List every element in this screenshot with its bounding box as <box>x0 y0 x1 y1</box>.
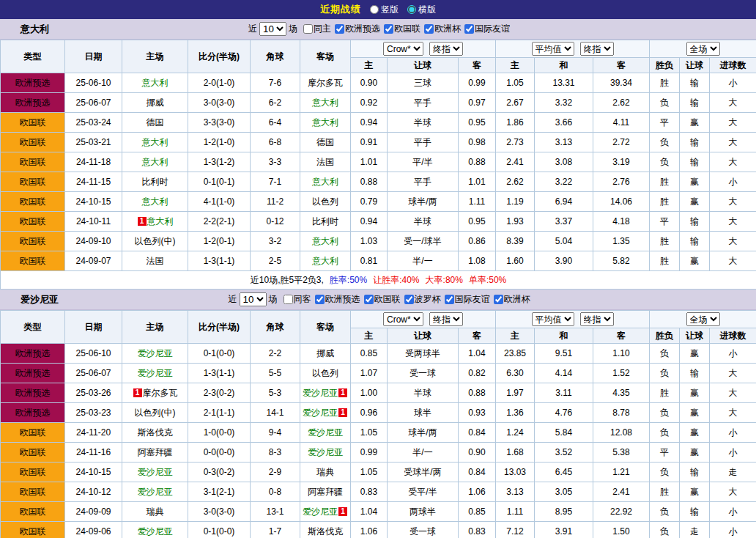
filter-checkbox[interactable]: 欧国联 <box>384 23 420 35</box>
topbar: 近期战绩 竖版 横版 <box>0 0 756 19</box>
average-select[interactable]: 平均值 <box>532 312 574 326</box>
match-score[interactable]: 1-3(1-1) <box>188 364 251 383</box>
match-score[interactable]: 2-0(1-0) <box>188 73 251 93</box>
team-name-text[interactable]: 爱沙尼亚 <box>303 388 338 398</box>
match-score[interactable]: 2-1(1-1) <box>188 403 251 423</box>
view-option-vertical[interactable]: 竖版 <box>370 4 399 16</box>
team-name-text[interactable]: 意大利 <box>142 157 168 167</box>
team-name-text[interactable]: 意大利 <box>312 236 338 246</box>
team-name-text[interactable]: 爱沙尼亚 <box>303 506 338 517</box>
match-score[interactable]: 0-1(0-1) <box>188 172 251 192</box>
average-select[interactable]: 平均值 <box>532 42 574 56</box>
team-name-text[interactable]: 法国 <box>316 157 334 167</box>
team-name-text[interactable]: 爱沙尼亚 <box>138 467 173 477</box>
match-score[interactable]: 1-2(1-0) <box>188 133 251 152</box>
filter-checkbox[interactable]: 同客 <box>284 293 311 306</box>
team-name-text[interactable]: 意大利 <box>142 196 168 207</box>
checkbox-input[interactable] <box>364 295 374 304</box>
match-score[interactable]: 0-0(0-0) <box>188 443 251 463</box>
team-name-text[interactable]: 爱沙尼亚 <box>308 427 343 438</box>
match-score[interactable]: 2-3(0-2) <box>188 383 251 403</box>
match-score[interactable]: 3-3(3-0) <box>188 113 251 133</box>
match-score[interactable]: 3-1(2-1) <box>188 482 251 502</box>
team-name-text[interactable]: 以色列(中) <box>135 236 176 246</box>
filter-checkbox[interactable]: 欧洲预选 <box>315 293 360 306</box>
team-name-text[interactable]: 意大利 <box>312 97 338 108</box>
match-score[interactable]: 1-3(1-1) <box>188 251 251 271</box>
team-name-text[interactable]: 意大利 <box>147 216 174 226</box>
team-name-text[interactable]: 比利时 <box>142 177 168 187</box>
match-score[interactable]: 1-0(0-0) <box>188 423 251 443</box>
checkbox-input[interactable] <box>424 24 434 34</box>
team-name-text[interactable]: 法国 <box>147 256 164 266</box>
checkbox-input[interactable] <box>335 24 344 34</box>
checkbox-input[interactable] <box>315 295 325 304</box>
odds-stage-select[interactable]: 终指 <box>429 312 463 326</box>
filter-checkbox[interactable]: 同主 <box>303 23 331 35</box>
team-name-text[interactable]: 阿塞拜疆 <box>308 487 343 497</box>
filter-checkbox[interactable]: 欧洲杯 <box>494 293 530 306</box>
team-name-text[interactable]: 意大利 <box>312 117 338 128</box>
team-name-text[interactable]: 挪威 <box>316 348 334 358</box>
team-name-text[interactable]: 比利时 <box>312 216 338 226</box>
bookmaker-select[interactable]: Crow* <box>383 42 423 56</box>
team-name-text[interactable]: 以色列(中) <box>135 408 176 418</box>
match-score[interactable]: 2-2(2-1) <box>188 212 251 232</box>
filter-checkbox[interactable]: 波罗杯 <box>404 293 441 306</box>
match-score[interactable]: 1-2(0-1) <box>188 232 251 251</box>
bookmaker-select[interactable]: Crow* <box>383 312 423 326</box>
scope-select[interactable]: 全场 <box>686 42 720 56</box>
team-name-text[interactable]: 摩尔多瓦 <box>143 388 178 398</box>
checkbox-input[interactable] <box>494 295 503 304</box>
avg-stage-select[interactable]: 终指 <box>580 42 614 56</box>
match-score[interactable]: 4-1(1-0) <box>188 192 251 212</box>
checkbox-input[interactable] <box>445 295 454 304</box>
team-name-text[interactable]: 爱沙尼亚 <box>303 408 338 418</box>
filter-checkbox[interactable]: 欧洲预选 <box>335 23 380 35</box>
team-name-text[interactable]: 阿塞拜疆 <box>138 447 173 457</box>
vertical-radio[interactable] <box>370 5 379 14</box>
checkbox-input[interactable] <box>464 24 474 34</box>
match-score[interactable]: 1-3(1-2) <box>188 152 251 172</box>
match-count-select[interactable]: 10 <box>240 292 267 306</box>
team-name-text[interactable]: 以色列 <box>312 196 338 207</box>
team-name-text[interactable]: 挪威 <box>147 97 164 108</box>
team-name-text[interactable]: 以色列 <box>312 368 338 378</box>
view-option-horizontal[interactable]: 横版 <box>407 4 436 16</box>
match-score[interactable]: 3-0(3-0) <box>188 502 251 522</box>
horizontal-radio[interactable] <box>407 5 416 14</box>
team-name-text[interactable]: 德国 <box>147 117 164 128</box>
team-name-text[interactable]: 德国 <box>316 137 334 147</box>
match-score[interactable]: 0-3(0-2) <box>188 463 251 482</box>
team-name-text[interactable]: 斯洛伐克 <box>308 526 343 537</box>
team-name-text[interactable]: 爱沙尼亚 <box>138 526 173 537</box>
match-score[interactable]: 0-1(0-0) <box>188 344 251 364</box>
match-score[interactable]: 0-1(0-0) <box>188 522 251 538</box>
team-name-text[interactable]: 爱沙尼亚 <box>308 447 343 457</box>
checkbox-input[interactable] <box>404 295 414 304</box>
team-name-text[interactable]: 意大利 <box>142 137 168 147</box>
team-name-text[interactable]: 摩尔多瓦 <box>308 78 343 88</box>
team-name-text[interactable]: 意大利 <box>312 177 338 187</box>
checkbox-input[interactable] <box>384 24 393 34</box>
avg-draw-odds: 3.66 <box>535 113 593 133</box>
filter-checkbox[interactable]: 欧国联 <box>364 293 401 306</box>
team-name-text[interactable]: 瑞典 <box>147 506 164 517</box>
scope-select[interactable]: 全场 <box>686 312 720 326</box>
team-name-text[interactable]: 爱沙尼亚 <box>138 487 173 497</box>
odds-stage-select[interactable]: 终指 <box>429 42 463 56</box>
checkbox-input[interactable] <box>284 295 293 304</box>
team-name-text[interactable]: 意大利 <box>312 256 338 266</box>
team-name-text[interactable]: 瑞典 <box>316 467 334 477</box>
match-count-select[interactable]: 10 <box>259 22 286 36</box>
team-name-text[interactable]: 爱沙尼亚 <box>138 368 173 378</box>
team-name-text[interactable]: 斯洛伐克 <box>138 427 173 438</box>
avg-stage-select[interactable]: 终指 <box>580 312 614 326</box>
checkbox-input[interactable] <box>303 24 313 34</box>
team-name-text[interactable]: 爱沙尼亚 <box>138 348 173 358</box>
match-score[interactable]: 3-0(3-0) <box>188 93 251 113</box>
filter-checkbox[interactable]: 国际友谊 <box>445 293 490 306</box>
filter-checkbox[interactable]: 欧洲杯 <box>424 23 461 35</box>
team-name-text[interactable]: 意大利 <box>142 78 168 88</box>
filter-checkbox[interactable]: 国际友谊 <box>464 23 510 35</box>
